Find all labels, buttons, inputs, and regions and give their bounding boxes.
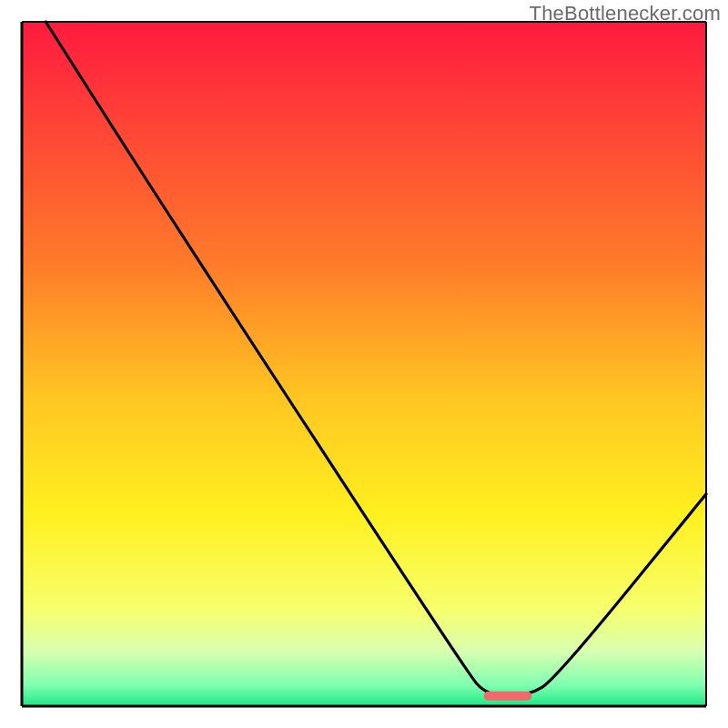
bottleneck-chart: TheBottlenecker.com	[0, 0, 728, 728]
plot-background	[22, 22, 706, 706]
chart-svg	[0, 0, 728, 728]
optimal-marker	[484, 692, 532, 701]
